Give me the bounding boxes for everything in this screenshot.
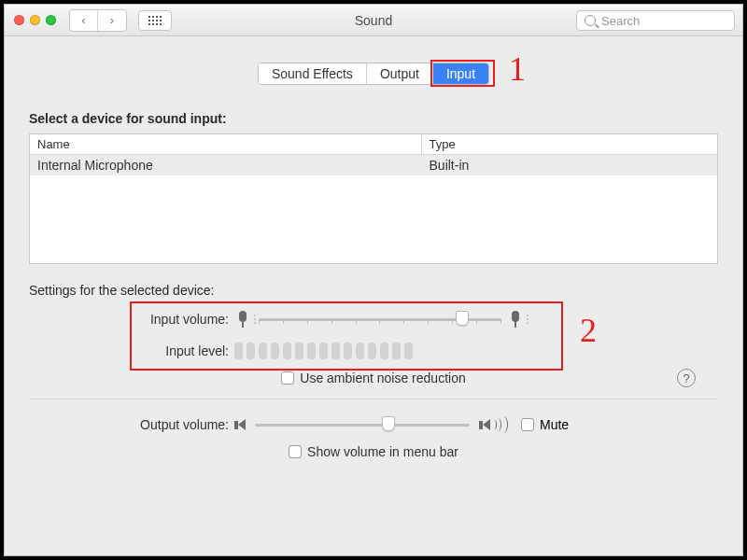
minimize-icon[interactable]	[30, 15, 40, 25]
annotation-1: 1	[509, 49, 526, 89]
ambient-checkbox[interactable]	[281, 371, 294, 385]
mute-checkbox[interactable]	[521, 418, 534, 431]
tab-output[interactable]: Output	[367, 63, 433, 84]
close-icon[interactable]	[14, 15, 24, 25]
back-button[interactable]: ‹	[70, 10, 98, 31]
zoom-icon[interactable]	[46, 15, 56, 25]
input-volume-row: Input volume:	[29, 303, 718, 335]
device-heading: Select a device for sound input:	[29, 111, 718, 126]
titlebar: ‹ › Sound Search	[5, 5, 742, 36]
mic-high-icon	[507, 311, 524, 328]
content: Sound Effects Output Input 1 Select a de…	[5, 36, 742, 469]
output-volume-slider[interactable]	[255, 416, 470, 433]
table-row[interactable]: Internal Microphone Built-in	[30, 155, 717, 175]
mute-label: Mute	[540, 417, 569, 432]
sound-preferences-window: ‹ › Sound Search Sound Effects Output In…	[4, 4, 743, 556]
col-type[interactable]: Type	[422, 134, 717, 154]
col-name[interactable]: Name	[30, 134, 422, 154]
mic-low-icon	[234, 311, 251, 328]
search-input[interactable]: Search	[576, 10, 735, 31]
input-level-meter	[234, 343, 413, 359]
input-volume-slider[interactable]	[259, 311, 501, 328]
mic-dots-icon	[254, 315, 256, 324]
search-icon	[585, 15, 596, 26]
forward-button[interactable]: ›	[98, 10, 126, 31]
grid-icon	[148, 16, 162, 25]
window-controls	[14, 15, 56, 25]
menubar-label: Show volume in menu bar	[307, 444, 458, 459]
device-name: Internal Microphone	[30, 155, 422, 175]
divider	[29, 399, 718, 399]
device-table: Name Type Internal Microphone Built-in	[29, 133, 718, 264]
menubar-checkbox[interactable]	[289, 445, 302, 458]
tabs: Sound Effects Output Input 1	[29, 63, 718, 85]
help-button[interactable]: ?	[677, 369, 696, 387]
tab-sound-effects[interactable]: Sound Effects	[259, 63, 367, 84]
show-all-button[interactable]	[138, 10, 172, 31]
search-placeholder: Search	[601, 14, 640, 28]
input-level-row: Input level:	[29, 335, 718, 367]
device-type: Built-in	[422, 155, 717, 175]
tab-input[interactable]: Input	[433, 63, 488, 84]
output-volume-row: Output volume: Mute	[29, 409, 718, 441]
speaker-high-icon	[479, 416, 508, 433]
input-volume-label: Input volume:	[29, 312, 234, 327]
input-level-label: Input level:	[29, 343, 234, 358]
mic-dots-icon	[527, 315, 529, 324]
output-volume-label: Output volume:	[29, 417, 234, 432]
ambient-label: Use ambient noise reduction	[300, 371, 465, 385]
speaker-low-icon	[234, 419, 246, 430]
nav-buttons: ‹ ›	[69, 9, 127, 32]
settings-heading: Settings for the selected device:	[29, 283, 718, 298]
